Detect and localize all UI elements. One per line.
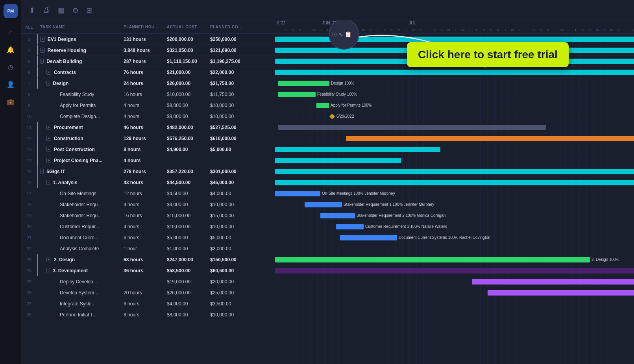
filter-icon[interactable]: ⊜ [71,4,80,16]
table-row[interactable]: 18 Stakeholder Requ... 4 hours $9,000.00… [21,199,275,210]
expand-icon[interactable]: + [46,147,51,152]
gantt-day-label: W [311,28,318,32]
gantt-day-label: W [360,28,367,32]
gantt-day-label: T [502,28,509,32]
expand-icon[interactable]: - [46,81,50,86]
table-row[interactable]: 3 + EV1 Designs 131 hours $200,000.00 $2… [21,34,275,45]
row-planned: $22,000.00 [210,70,275,75]
table-row[interactable]: 8 Feasibility Study 16 hours $10,000.00 … [21,89,275,100]
app-logo[interactable]: PM [4,4,18,18]
table-row[interactable]: 13 + Post Construction 8 hours $4,900.00… [21,144,275,155]
gantt-day-label: T [466,28,473,32]
gantt-days: FSSMTWTFSSMTWTFSSMTWTFSSMTWTFSSMTWTFSSMT… [275,28,634,32]
expand-icon[interactable]: + [40,48,45,53]
task-name-text: Project Closing Pha... [54,158,102,163]
table-row[interactable]: 11 + Procurement 46 hours $482,000.00 $5… [21,122,275,133]
expand-icon[interactable]: - [46,268,50,273]
expand-icon[interactable]: + [46,136,51,141]
task-name-text: Perform Initial T... [60,312,96,318]
table-row[interactable]: 25 Deploy Develop... $19,000.00 $20,000.… [21,276,275,287]
gantt-bar [275,268,634,273]
table-row[interactable]: 14 + Project Closing Pha... 4 hours [21,155,275,166]
gantt-row [275,265,634,276]
gantt-row [275,144,634,155]
gantt-row: Develop System Modules 100% Jennifer Mur… [275,287,634,298]
col-task-name: TASK NAME [37,25,124,29]
row-number: 10 [21,114,37,119]
expand-icon[interactable]: - [46,180,50,185]
row-planned: $4,000.00 [210,191,275,196]
expand-icon[interactable]: + [40,37,45,42]
expand-icon[interactable]: + [46,70,51,75]
row-task-name: Feasibility Study [37,92,124,97]
gantt-bar-label: Customer Requirement 1 100% Natalie Wate… [365,224,447,229]
sidebar-item-briefcase[interactable]: 💼 [4,94,18,109]
upload-icon[interactable]: ⬆ [28,4,37,16]
cta-button[interactable]: Click here to start free trial [407,42,569,67]
table-row[interactable]: 9 Apply for Permits 4 hours $8,000.00 $1… [21,100,275,111]
table-row[interactable]: 24 - 3. Development 36 hours $58,500.00 … [21,265,275,276]
table-row[interactable]: 12 + Construction 129 hours $576,250.00 … [21,133,275,144]
table-row[interactable]: 22 Analysis Complete 1 hour $1,000.00 $2… [21,243,275,254]
gantt-day-label: F [473,28,481,32]
row-cost: $8,000.00 [167,312,210,318]
row-color-bar [37,177,38,188]
row-cost: $8,000.00 [167,103,210,108]
expand-icon[interactable]: + [46,125,51,130]
row-task-name: - Design [37,81,124,86]
table-row[interactable]: 4 + Reserve Housing 3,848 hours $321,050… [21,45,275,56]
gantt-row: Feasibility Study 100% [275,89,634,100]
row-number: 24 [21,268,37,273]
table-row[interactable]: 16 - 1. Analysis 43 hours $44,500.00 $46… [21,177,275,188]
task-name-text: 2. Design [54,257,75,262]
table-row[interactable]: 6 + Contracts 76 hours $21,000.00 $22,00… [21,67,275,78]
row-cost: $19,000.00 [167,279,210,285]
row-task-name: - 3. Development [37,268,124,273]
gantt-bar [275,180,634,185]
table-row[interactable]: 7 - Design 24 hours $26,000.00 $31,750.0… [21,78,275,89]
sidebar-item-people[interactable]: 👤 [4,77,18,91]
gantt-bar [275,37,634,42]
table-row[interactable]: 10 Complete Design... 4 hours $8,000.00 … [21,111,275,122]
gantt-bar [275,169,634,174]
row-planned: $250,000.00 [210,37,275,42]
expand-icon[interactable]: - [40,169,44,174]
col-actual-cost: ACTUAL COST [167,25,210,29]
table-row[interactable]: 19 Stakeholder Requ... 16 hours $15,000.… [21,210,275,221]
expand-icon[interactable]: + [46,158,51,163]
table-row[interactable]: 26 Develop System... 20 hours $26,000.00… [21,287,275,298]
sidebar-item-bell[interactable]: 🔔 [4,42,18,57]
table-row[interactable]: 20 Customer Requir... 4 hours $10,000.00… [21,221,275,232]
table-row[interactable]: 27 Integrate Syste... 6 hours $4,000.00 … [21,298,275,309]
row-cost: $9,000.00 [167,202,210,207]
sidebar-item-home[interactable]: ⌂ [4,25,18,39]
print-icon[interactable]: 🖨 [41,4,52,16]
expand-icon[interactable]: + [46,257,51,262]
table-row[interactable]: 28 Perform Initial T... 8 hours $8,000.0… [21,309,275,320]
main-area: ⬆ 🖨 ▦ ⊜ ⊞ ALL TASK NAME PLANNED HOU... A… [21,0,634,364]
gantt-day-label: S [388,28,396,32]
gantt-bar [472,279,634,285]
row-planned: $150,500.00 [210,257,275,262]
row-number: 14 [21,158,37,163]
expand-icon[interactable]: - [40,59,44,64]
gantt-date-0: 0 '22 [277,21,285,25]
row-hours: 12 hours [124,191,167,196]
gantt-day-label: T [303,28,311,32]
row-planned: $31,750.00 [210,81,275,86]
row-number: 27 [21,301,37,306]
columns-icon[interactable]: ▦ [56,4,66,16]
gantt-bar [340,235,397,240]
gantt-bar [278,125,546,130]
sidebar-item-clock[interactable]: ◷ [4,60,18,74]
row-task-name: Perform Initial T... [37,312,124,318]
table-row[interactable]: 17 On-Site Meetings 12 hours $4,500.00 $… [21,188,275,199]
table-row[interactable]: 23 + 2. Design 63 hours $247,000.00 $150… [21,254,275,265]
table-row[interactable]: 15 - 5Gigs IT 278 hours $357,220.00 $301… [21,166,275,177]
row-planned: $10,000.00 [210,202,275,207]
row-planned: $5,000.00 [210,147,275,152]
table-row[interactable]: 21 Document Curre... 6 hours $5,000.00 $… [21,232,275,243]
row-hours: 16 hours [124,213,167,218]
grid-icon[interactable]: ⊞ [85,4,94,16]
table-row[interactable]: 5 - Dewalt Building 287 hours $1,110,150… [21,56,275,67]
